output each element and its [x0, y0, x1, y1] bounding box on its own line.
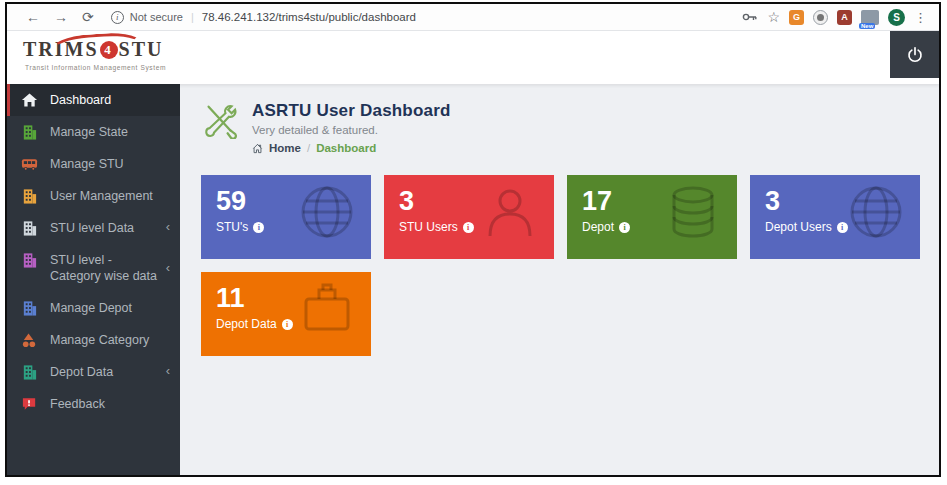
power-icon	[905, 45, 925, 65]
sidebar-item-depot-data[interactable]: Depot Data ‹	[7, 356, 180, 388]
tools-icon	[201, 101, 239, 139]
sidebar-nav: Dashboard Manage State Manage STU User M…	[7, 84, 180, 475]
page-title: ASRTU User Dashboard	[252, 101, 451, 121]
building-icon	[21, 300, 38, 316]
browser-toolbar: ← → ⟳ i Not secure | 78.46.241.132/trims…	[7, 4, 939, 31]
info-icon[interactable]: i	[619, 222, 630, 233]
building-icon	[21, 252, 38, 268]
page-subtitle: Very detailed & featured.	[252, 124, 451, 136]
back-icon[interactable]: ←	[19, 10, 47, 24]
sidebar-item-label: Depot Data	[50, 364, 162, 380]
breadcrumb: Home / Dashboard	[252, 142, 451, 154]
brand-logo[interactable]: TRIMS4STU Transit Information Management…	[7, 31, 180, 84]
home-icon	[252, 143, 263, 154]
bookmark-star-icon[interactable]: ☆	[767, 9, 780, 25]
bus-icon	[21, 156, 38, 172]
toolbar-right: ☆ G A New S ⋮	[742, 9, 927, 26]
browser-window: ← → ⟳ i Not secure | 78.46.241.132/trims…	[5, 2, 941, 477]
sidebar-item-feedback[interactable]: Feedback	[7, 388, 180, 420]
stat-card-stus[interactable]: 59 STU'si	[201, 175, 371, 259]
feedback-comment-icon	[21, 396, 38, 412]
user-icon	[482, 184, 538, 240]
extension-screenshot-icon[interactable]: New	[861, 10, 879, 25]
extension-ghost-icon[interactable]	[813, 10, 828, 25]
forward-icon[interactable]: →	[47, 10, 75, 24]
sidebar-item-label: Manage STU	[50, 156, 170, 172]
briefcase-icon	[299, 281, 355, 337]
building-icon	[21, 124, 38, 140]
sidebar-item-manage-category[interactable]: Manage Category	[7, 324, 180, 356]
info-icon[interactable]: i	[463, 222, 474, 233]
stat-label: STU Users	[399, 220, 458, 234]
browser-menu-icon[interactable]: ⋮	[914, 10, 927, 25]
browser-profile-avatar[interactable]: S	[888, 9, 905, 26]
building-icon	[21, 188, 38, 204]
sidebar-item-stu-level-data[interactable]: STU level Data ‹	[7, 212, 180, 244]
breadcrumb-home-link[interactable]: Home	[269, 142, 301, 154]
info-icon[interactable]: i	[837, 222, 848, 233]
chevron-left-icon: ‹	[166, 261, 170, 275]
sidebar-item-label: STU level Data	[50, 220, 162, 236]
globe-icon	[848, 184, 904, 240]
url-text[interactable]: 78.46.241.132/trims4stu/public/dashboard	[202, 11, 416, 23]
page-info-icon[interactable]: i	[111, 11, 124, 24]
brand-name: TRIMS4STU	[23, 38, 180, 61]
globe-icon	[299, 184, 355, 240]
stat-label: Depot	[582, 220, 614, 234]
stat-card-depot[interactable]: 17 Depoti	[567, 175, 737, 259]
sidebar-item-manage-state[interactable]: Manage State	[7, 116, 180, 148]
stat-cards: 59 STU'si 3 STU Usersi 17 Depoti 3 Depot	[201, 175, 941, 369]
sidebar-item-user-management[interactable]: User Management	[7, 180, 180, 212]
stat-card-depot-data[interactable]: 11 Depot Datai	[201, 272, 371, 356]
sidebar-item-label: Manage State	[50, 124, 170, 140]
main-content: ASRTU User Dashboard Very detailed & fea…	[180, 84, 941, 475]
security-label: Not secure	[130, 11, 183, 23]
sidebar-item-label: Feedback	[50, 396, 170, 412]
breadcrumb-separator: /	[307, 142, 310, 154]
category-shapes-icon	[21, 332, 38, 348]
info-icon[interactable]: i	[282, 319, 293, 330]
sidebar-item-label: Manage Depot	[50, 300, 170, 316]
brand-tagline: Transit Information Management System	[25, 64, 180, 71]
sidebar-item-manage-stu[interactable]: Manage STU	[7, 148, 180, 180]
extension-pdf-icon[interactable]: A	[837, 10, 852, 25]
divider: |	[191, 11, 194, 23]
stat-card-stu-users[interactable]: 3 STU Usersi	[384, 175, 554, 259]
app-navbar: TRIMS4STU Transit Information Management…	[7, 31, 939, 84]
sidebar-item-dashboard[interactable]: Dashboard	[7, 84, 180, 116]
sidebar-item-manage-depot[interactable]: Manage Depot	[7, 292, 180, 324]
stat-label: Depot Data	[216, 317, 277, 331]
building-icon	[21, 220, 38, 236]
key-icon[interactable]	[742, 12, 758, 22]
breadcrumb-current: Dashboard	[316, 142, 376, 154]
page-header: ASRTU User Dashboard Very detailed & fea…	[201, 101, 941, 154]
sidebar-item-stu-level-category-wise-data[interactable]: STU level - Category wise data ‹	[7, 244, 180, 292]
stat-label: STU's	[216, 220, 248, 234]
sidebar-item-label: User Management	[50, 188, 170, 204]
chevron-left-icon: ‹	[166, 220, 170, 234]
chevron-left-icon: ‹	[166, 364, 170, 378]
home-icon	[21, 92, 38, 108]
logout-button[interactable]	[890, 31, 939, 78]
info-icon[interactable]: i	[253, 222, 264, 233]
sidebar-item-label: STU level - Category wise data	[50, 252, 162, 284]
database-icon	[665, 184, 721, 240]
sidebar-item-label: Dashboard	[50, 92, 170, 108]
building-icon	[21, 364, 38, 380]
address-bar[interactable]: i Not secure | 78.46.241.132/trims4stu/p…	[111, 11, 416, 24]
stat-label: Depot Users	[765, 220, 832, 234]
extension-g-icon[interactable]: G	[789, 10, 804, 25]
stat-card-depot-users[interactable]: 3 Depot Usersi	[750, 175, 920, 259]
reload-icon[interactable]: ⟳	[75, 10, 101, 24]
sidebar-item-label: Manage Category	[50, 332, 170, 348]
